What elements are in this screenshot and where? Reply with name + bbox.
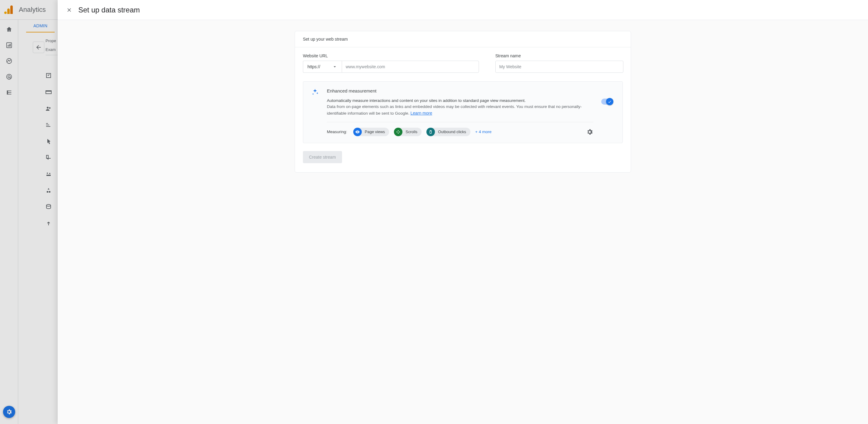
eye-icon bbox=[353, 128, 362, 136]
check-icon bbox=[606, 98, 613, 105]
slideover-panel: Set up data stream Set up your web strea… bbox=[58, 0, 868, 424]
stream-name-label: Stream name bbox=[495, 54, 623, 58]
enhanced-desc-primary: Automatically measure interactions and c… bbox=[327, 98, 593, 104]
measuring-label: Measuring: bbox=[327, 130, 347, 134]
sparkle-icon bbox=[311, 88, 319, 96]
enhanced-measurement-box: Enhanced measurement Automatically measu… bbox=[303, 81, 623, 143]
learn-more-link[interactable]: Learn more bbox=[410, 111, 432, 116]
enhanced-measurement-toggle[interactable] bbox=[601, 99, 613, 105]
enhanced-title: Enhanced measurement bbox=[327, 88, 593, 93]
pill-label: Outbound clicks bbox=[438, 130, 466, 134]
close-icon[interactable] bbox=[66, 6, 73, 14]
setup-card: Set up your web stream Website URL https… bbox=[295, 31, 631, 172]
enhanced-desc-secondary: Data from on-page elements such as links… bbox=[327, 104, 593, 117]
protocol-value: https:// bbox=[307, 64, 320, 69]
mouse-icon bbox=[426, 128, 435, 136]
pill-outbound-clicks: Outbound clicks bbox=[426, 128, 470, 136]
protocol-select[interactable]: https:// bbox=[303, 61, 342, 73]
website-url-label: Website URL bbox=[303, 54, 479, 58]
chevron-down-icon bbox=[332, 64, 338, 69]
pill-page-views: Page views bbox=[353, 128, 389, 136]
panel-title: Set up data stream bbox=[78, 6, 140, 14]
create-stream-button[interactable]: Create stream bbox=[303, 151, 342, 163]
scroll-icon bbox=[394, 128, 402, 136]
pill-scrolls: Scrolls bbox=[394, 128, 422, 136]
card-heading: Set up your web stream bbox=[295, 31, 631, 47]
enhanced-settings-gear-icon[interactable] bbox=[586, 128, 593, 136]
stream-name-input[interactable] bbox=[495, 61, 623, 73]
more-chips-link[interactable]: + 4 more bbox=[475, 130, 492, 134]
pill-label: Page views bbox=[365, 130, 385, 134]
website-url-input[interactable] bbox=[342, 61, 479, 73]
panel-header: Set up data stream bbox=[58, 0, 868, 20]
pill-label: Scrolls bbox=[405, 130, 417, 134]
